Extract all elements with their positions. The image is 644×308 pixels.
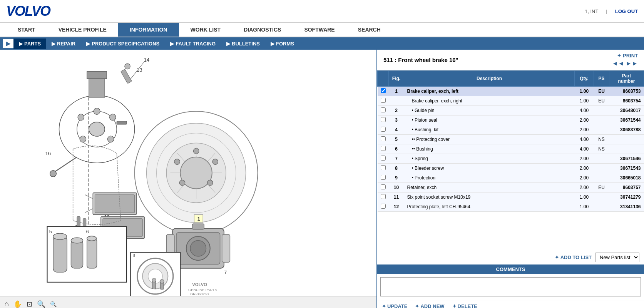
zoom-in-tool[interactable]: 🔍 xyxy=(37,300,45,308)
row-fig: 4 xyxy=(389,125,404,135)
row-ps: NS xyxy=(594,144,609,154)
frame-tool[interactable]: ⊡ xyxy=(27,300,32,308)
row-qty: 2.00 xyxy=(575,183,594,192)
svg-point-32 xyxy=(180,157,212,189)
row-checkbox[interactable] xyxy=(381,88,386,93)
row-checkbox-cell[interactable] xyxy=(378,87,389,96)
row-checkbox[interactable] xyxy=(381,175,386,180)
row-checkbox-cell[interactable] xyxy=(378,154,389,164)
table-row: 10Retainer, exch2.00EU8603757 xyxy=(378,183,644,192)
fault-tracing-arrow: ▶ xyxy=(170,41,174,47)
table-row: 8• Bleeder screw2.0030671543 xyxy=(378,164,644,173)
nav-start[interactable]: START xyxy=(6,23,47,37)
svg-rect-66 xyxy=(53,236,67,272)
row-checkbox-cell[interactable] xyxy=(378,125,389,135)
sub-nav-repair[interactable]: ▶ REPAIR xyxy=(46,38,81,49)
sub-nav-bulletins[interactable]: ▶ BULLETINS xyxy=(221,38,265,49)
nav-diagnostics[interactable]: DIAGNOSTICS xyxy=(232,23,293,37)
delete-button[interactable]: ✦ DELETE xyxy=(452,303,477,308)
comments-input[interactable] xyxy=(380,277,641,296)
header: VOLVO 1, INT | LOG OUT xyxy=(0,0,644,23)
svg-point-19 xyxy=(107,136,114,142)
svg-rect-70 xyxy=(87,238,97,268)
nav-search[interactable]: SEARCH xyxy=(346,23,392,37)
table-row: 3• Piston seal2.0030671544 xyxy=(378,116,644,125)
row-part-number: 30671543 xyxy=(609,164,644,173)
sub-nav-product-specs[interactable]: ▶ PRODUCT SPECIFICATIONS xyxy=(81,38,165,49)
col-ps: PS xyxy=(594,71,609,87)
update-button[interactable]: ✦ UPDATE xyxy=(382,303,407,308)
table-row: 12Protecting plate, left CH-954641.00313… xyxy=(378,202,644,212)
row-ps: NS xyxy=(594,135,609,144)
row-checkbox[interactable] xyxy=(381,165,386,170)
row-checkbox-cell[interactable] xyxy=(378,96,389,106)
nav-vehicle-profile[interactable]: VEHICLE PROFILE xyxy=(47,23,118,37)
row-part-number: 30741279 xyxy=(609,192,644,202)
row-ps xyxy=(594,173,609,183)
svg-text:16: 16 xyxy=(45,151,51,156)
row-fig: 9 xyxy=(389,173,404,183)
table-row: Brake caliper, exch, right1.00EU8603754 xyxy=(378,96,644,106)
row-ps xyxy=(594,125,609,135)
row-checkbox[interactable] xyxy=(381,107,386,112)
parts-table-container[interactable]: Fig. Description Qty. PS Partnumber 1Bra… xyxy=(377,70,644,250)
row-description: • Bleeder screw xyxy=(404,164,575,173)
nav-information[interactable]: INFORMATION xyxy=(118,23,179,37)
update-label: UPDATE xyxy=(387,303,407,308)
row-desc-text: • Piston seal xyxy=(407,117,437,123)
row-qty: 2.00 xyxy=(575,173,594,183)
svg-text:7: 7 xyxy=(224,270,227,275)
sub-nav-fault-tracing[interactable]: ▶ FAULT TRACING xyxy=(165,38,221,49)
row-desc-text: • Guide pin xyxy=(407,108,435,113)
row-part-number: 8603757 xyxy=(609,183,644,192)
row-checkbox[interactable] xyxy=(381,184,386,189)
row-checkbox[interactable] xyxy=(381,127,386,132)
row-checkbox[interactable] xyxy=(381,136,386,141)
separator: | xyxy=(606,8,607,14)
row-checkbox-cell[interactable] xyxy=(378,202,389,212)
logout-button[interactable]: LOG OUT xyxy=(615,8,638,14)
sub-nav-parts[interactable]: ▶ PARTS xyxy=(13,38,46,49)
row-desc-text: Brake caliper, exch, left xyxy=(407,89,458,94)
sub-nav-forms[interactable]: ▶ FORMS xyxy=(265,38,299,49)
add-to-list-icon: ✦ xyxy=(555,254,559,260)
nav-prev-button[interactable]: ◄◄ xyxy=(612,60,624,67)
row-part-number: 30665018 xyxy=(609,173,644,183)
row-checkbox-cell[interactable] xyxy=(378,106,389,116)
sub-nav-bulletins-label: BULLETINS xyxy=(232,41,260,47)
row-checkbox[interactable] xyxy=(381,156,386,161)
row-qty: 1.00 xyxy=(575,192,594,202)
row-checkbox[interactable] xyxy=(381,117,386,122)
home-tool[interactable]: ⌂ xyxy=(5,300,9,308)
user-info: 1, INT xyxy=(585,8,598,14)
add-new-icon: ✦ xyxy=(415,303,419,308)
row-checkbox-cell[interactable] xyxy=(378,183,389,192)
print-button[interactable]: ✦ PRINT xyxy=(617,53,638,59)
row-checkbox-cell[interactable] xyxy=(378,164,389,173)
nav-work-list[interactable]: WORK LIST xyxy=(179,23,233,37)
table-row: 5•• Protecting cover4.00NS xyxy=(378,135,644,144)
svg-rect-47 xyxy=(95,195,134,213)
row-checkbox[interactable] xyxy=(381,194,386,199)
parts-list-select[interactable]: New Parts list xyxy=(595,253,639,262)
nav-toggle-button[interactable]: ▶ xyxy=(3,39,13,48)
row-checkbox-cell[interactable] xyxy=(378,116,389,125)
row-checkbox[interactable] xyxy=(381,146,386,151)
hand-tool[interactable]: ✋ xyxy=(13,300,22,308)
delete-label: DELETE xyxy=(458,303,477,308)
add-to-list-button[interactable]: ✦ ADD TO LIST xyxy=(555,254,592,260)
row-checkbox-cell[interactable] xyxy=(378,135,389,144)
row-checkbox-cell[interactable] xyxy=(378,173,389,183)
add-new-button[interactable]: ✦ ADD NEW xyxy=(415,303,444,308)
row-description: •• Bushing xyxy=(404,144,575,154)
zoom-out-tool[interactable]: 🔍 xyxy=(50,301,57,307)
row-description: •• Protecting cover xyxy=(404,135,575,144)
row-checkbox[interactable] xyxy=(381,204,386,209)
row-checkbox[interactable] xyxy=(381,98,386,103)
nav-software[interactable]: SOFTWARE xyxy=(293,23,346,37)
row-description: • Piston seal xyxy=(404,116,575,125)
svg-text:GR-360263: GR-360263 xyxy=(190,292,209,296)
nav-next-button[interactable]: ►► xyxy=(626,60,638,67)
row-checkbox-cell[interactable] xyxy=(378,144,389,154)
row-checkbox-cell[interactable] xyxy=(378,192,389,202)
